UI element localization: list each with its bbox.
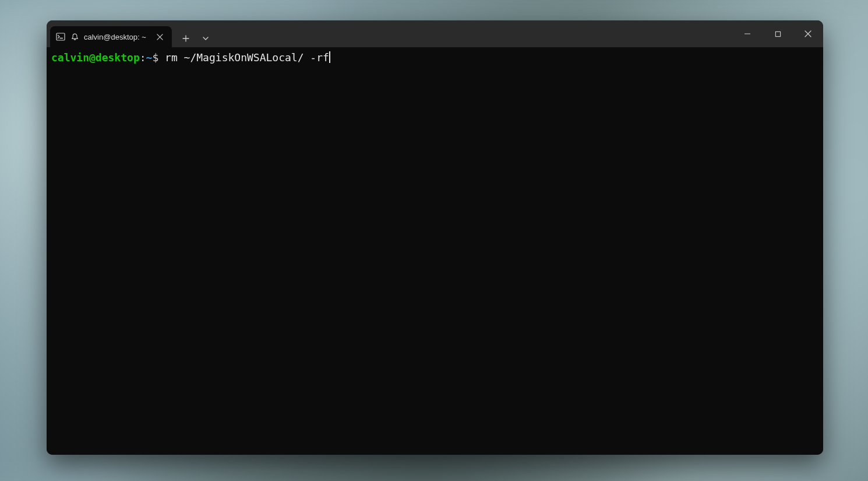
close-icon — [157, 34, 163, 40]
plus-icon — [182, 35, 189, 42]
svg-rect-0 — [57, 33, 65, 40]
text-cursor — [329, 51, 330, 63]
close-icon — [805, 30, 811, 37]
window-titlebar[interactable]: calvin@desktop: ~ — [47, 20, 823, 47]
window-controls — [732, 20, 823, 47]
tabs-area: calvin@desktop: ~ — [47, 20, 732, 47]
terminal-tab[interactable]: calvin@desktop: ~ — [50, 26, 172, 47]
tab-dropdown-button[interactable] — [197, 30, 214, 47]
prompt-separator: : — [140, 51, 146, 64]
command-text: rm ~/MagiskOnWSALocal/ -rf — [158, 51, 329, 64]
tab-actions — [172, 30, 214, 47]
command-content: rm ~/MagiskOnWSALocal/ -rf — [165, 51, 329, 64]
maximize-button[interactable] — [763, 20, 793, 47]
new-tab-button[interactable] — [175, 30, 196, 47]
bell-icon — [70, 32, 79, 41]
prompt-sigil: $ — [152, 51, 158, 64]
svg-rect-3 — [775, 31, 780, 36]
maximize-icon — [775, 31, 781, 37]
minimize-button[interactable] — [732, 20, 763, 47]
minimize-icon — [744, 30, 751, 37]
terminal-output-area[interactable]: calvin@desktop:~$ rm ~/MagiskOnWSALocal/… — [47, 47, 823, 455]
terminal-window: calvin@desktop: ~ — [47, 20, 823, 455]
close-window-button[interactable] — [793, 20, 823, 47]
terminal-icon — [56, 32, 65, 41]
tab-close-button[interactable] — [154, 31, 166, 43]
chevron-down-icon — [202, 35, 209, 42]
prompt-user-host: calvin@desktop — [51, 51, 140, 64]
prompt-path: ~ — [146, 51, 153, 64]
tab-label: calvin@desktop: ~ — [84, 33, 146, 41]
